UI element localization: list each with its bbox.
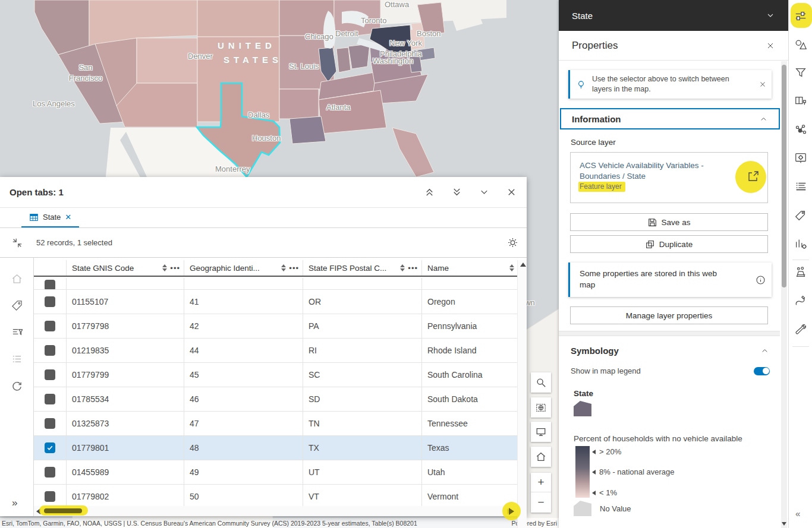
map-search-button[interactable] (531, 372, 551, 393)
row-checkbox[interactable] (45, 296, 55, 307)
dismiss-hint-icon[interactable] (759, 80, 767, 88)
ramp-marker-icon (592, 450, 596, 454)
filter-icon[interactable] (794, 66, 807, 79)
map-basemap-button[interactable] (531, 397, 551, 418)
row-checkbox[interactable] (45, 280, 55, 289)
row-checkbox[interactable] (45, 467, 55, 478)
show-selection-icon[interactable] (11, 327, 23, 338)
city-label: Toronto (361, 16, 386, 25)
close-icon[interactable] (766, 41, 775, 50)
table-settings-gear-icon[interactable] (507, 237, 518, 248)
table-row[interactable]: 01455989 49 UT Utah (34, 460, 517, 485)
manage-layer-properties-button[interactable]: Manage layer properties (570, 306, 768, 324)
sort-icon[interactable] (509, 264, 515, 272)
scroll-up-arrow[interactable] (520, 263, 526, 267)
tab-state[interactable]: State ✕ (21, 208, 79, 227)
expand-rail-icon[interactable]: » (12, 497, 17, 509)
cell-geoid: 50 (184, 485, 303, 508)
column-header[interactable]: Geographic Identi... ••• (184, 260, 303, 276)
table-row-selected[interactable]: 01779801 48 TX Texas (34, 436, 517, 460)
table-row[interactable]: 01219835 44 RI Rhode Island (34, 339, 517, 363)
fields-list-icon[interactable] (11, 353, 23, 365)
aggregation-icon[interactable] (794, 124, 807, 137)
source-layer-label: Source layer (571, 138, 616, 147)
column-menu-icon[interactable]: ••• (170, 264, 180, 273)
source-layer-title[interactable]: ACS Vehicle Availability Variables - Bou… (580, 160, 741, 182)
properties-sliders-icon[interactable] (794, 10, 807, 23)
table-horizontal-scrollbar[interactable] (34, 506, 517, 516)
column-header[interactable]: Name (422, 260, 517, 276)
popups-icon[interactable] (794, 151, 807, 165)
no-value-row: No Value (574, 501, 631, 516)
row-checkbox[interactable] (45, 369, 55, 380)
collapse-up-icon[interactable] (424, 186, 435, 198)
table-row[interactable]: 01779802 50 VT Vermont (34, 485, 517, 509)
tools-wrench-icon[interactable] (794, 323, 807, 336)
column-menu-icon[interactable]: ••• (408, 264, 418, 273)
information-section-header[interactable]: Information (560, 108, 780, 129)
analysis-icon[interactable] (794, 266, 807, 279)
select-all-header[interactable] (34, 260, 67, 276)
scroll-right-arrow-highlighted[interactable] (509, 508, 514, 515)
sketch-icon[interactable] (794, 294, 807, 307)
home-extent-icon[interactable] (11, 273, 23, 284)
labels-icon[interactable] (794, 208, 807, 222)
effects-icon[interactable] (794, 94, 807, 108)
search-icon (536, 377, 546, 388)
info-icon[interactable] (756, 275, 766, 285)
cell-name: Utah (422, 460, 517, 484)
row-checkbox-checked[interactable] (45, 442, 55, 453)
row-checkbox[interactable] (45, 321, 55, 331)
table-row[interactable]: 01779798 42 PA Pennsylvania (34, 314, 517, 339)
zoom-to-selection-icon[interactable] (0, 228, 34, 257)
sort-icon[interactable] (162, 264, 168, 272)
close-icon[interactable] (506, 186, 517, 198)
edit-styles-icon[interactable] (794, 38, 807, 51)
map-extent-button[interactable] (531, 422, 551, 442)
scroll-left-arrow[interactable] (36, 508, 40, 514)
zoom-out-button[interactable]: − (531, 492, 551, 512)
panel-scroll-down-arrow[interactable] (782, 522, 786, 526)
tag-icon[interactable] (11, 300, 23, 311)
column-menu-icon[interactable]: ••• (289, 264, 299, 273)
save-as-label: Save as (662, 218, 691, 227)
map-home-button[interactable] (531, 447, 551, 467)
panel-scrollbar[interactable] (781, 61, 787, 528)
column-label: Name (427, 264, 449, 273)
row-checkbox[interactable] (45, 345, 55, 356)
fields-icon[interactable] (794, 180, 807, 193)
table-icon (29, 213, 39, 222)
zoom-in-button[interactable]: + (531, 473, 551, 492)
expand-down-icon[interactable] (451, 186, 462, 198)
row-checkbox[interactable] (45, 394, 55, 404)
sort-icon[interactable] (399, 264, 405, 272)
row-checkbox[interactable] (45, 418, 55, 429)
table-row[interactable]: 01155107 41 OR Oregon (34, 290, 517, 314)
ramp-marker-icon (592, 470, 596, 475)
table-row[interactable]: 01779799 45 SC South Carolina (34, 363, 517, 387)
chevron-down-icon[interactable] (479, 186, 490, 198)
column-header[interactable]: State FIPS Postal C... ••• (303, 260, 422, 276)
column-header[interactable]: State GNIS Code ••• (67, 260, 184, 276)
layer-selector[interactable]: State (559, 0, 788, 31)
table-row-partial[interactable] (34, 278, 517, 290)
symbology-section-header[interactable]: Symbology (560, 340, 780, 361)
open-external-link-icon[interactable] (747, 170, 759, 182)
chevron-up-icon (760, 346, 769, 355)
legend-toggle-switch[interactable] (754, 367, 770, 375)
cell-gnis: 01219835 (67, 339, 184, 362)
duplicate-button[interactable]: Duplicate (570, 235, 768, 253)
charts-icon[interactable] (794, 237, 807, 250)
table-vertical-scrollbar[interactable] (517, 260, 527, 528)
table-row[interactable]: 01785534 46 SD South Dakota (34, 387, 517, 412)
collapse-sidebar-icon[interactable]: « (795, 508, 800, 518)
refresh-icon[interactable] (11, 380, 23, 391)
sort-icon[interactable] (281, 264, 287, 272)
table-row[interactable]: 01325873 47 TN Tennessee (34, 412, 517, 436)
lightbulb-icon (576, 80, 586, 90)
panel-scroll-thumb[interactable] (782, 65, 786, 287)
cell-geoid: 46 (184, 387, 303, 411)
save-as-button[interactable]: Save as (570, 213, 768, 231)
tab-close-icon[interactable]: ✕ (65, 213, 71, 222)
row-checkbox[interactable] (45, 491, 55, 502)
